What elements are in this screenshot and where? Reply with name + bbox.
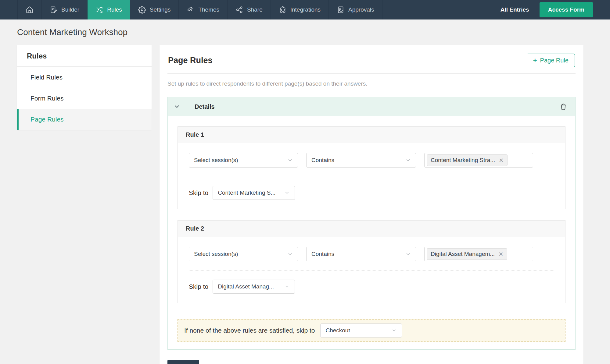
- nav-item-label: Share: [247, 6, 263, 13]
- rules-sidebar: Rules Field Rules Form Rules Page Rules: [17, 45, 152, 130]
- rule-2-skip-value: Digital Asset Manag...: [218, 283, 274, 290]
- rule-1-condition-row: Select session(s) Contains Content Ma: [189, 153, 554, 168]
- rule-2-field-select[interactable]: Select session(s): [189, 247, 298, 261]
- rule-1-box: Rule 1 Select session(s) Contains: [178, 126, 565, 209]
- details-panel: Details Rule 1 Selec: [167, 97, 576, 350]
- chevron-down-icon: [287, 157, 293, 163]
- nav-item-settings[interactable]: Settings: [130, 0, 179, 19]
- rules-icon: [95, 6, 103, 14]
- rule-1-title: Rule 1: [178, 127, 565, 143]
- details-header[interactable]: Details: [168, 97, 575, 116]
- nav-item-label: Builder: [61, 6, 79, 13]
- rule-2-skip-label: Skip to: [189, 283, 208, 290]
- fallback-text: If none of the above rules are satisfied…: [184, 327, 315, 334]
- rule-1-value-chip-label: Content Marketing Stra...: [431, 157, 495, 164]
- rule-2-value-chip-label: Digital Asset Managem...: [431, 251, 495, 257]
- sidebar-item-field-rules[interactable]: Field Rules: [17, 67, 152, 88]
- rule-1-value-input[interactable]: Content Marketing Stra... ✕: [424, 153, 533, 168]
- details-body: Rule 1 Select session(s) Contains: [168, 116, 575, 349]
- integrations-icon: [279, 6, 287, 14]
- nav-item-label: Integrations: [290, 6, 321, 13]
- chevron-down-icon: [391, 328, 397, 333]
- app-window: Builder Rules Settings Themes Share: [0, 0, 610, 364]
- nav-item-share[interactable]: Share: [228, 0, 271, 19]
- sidebar-title: Rules: [17, 45, 152, 67]
- chevron-down-icon: [174, 103, 180, 110]
- collapse-toggle[interactable]: [168, 97, 186, 116]
- rule-2-operator-value: Contains: [311, 251, 334, 257]
- nav-item-home[interactable]: [18, 0, 42, 19]
- content-area: Rules Field Rules Form Rules Page Rules …: [0, 45, 610, 364]
- settings-icon: [138, 6, 146, 14]
- all-entries-link[interactable]: All Entries: [501, 6, 529, 13]
- panel-header: Page Rules + Page Rule: [167, 52, 576, 74]
- plus-icon: +: [533, 57, 537, 64]
- divider: [189, 270, 554, 271]
- rule-2-skip-row: Skip to Digital Asset Manag...: [189, 280, 554, 294]
- rule-1-operator-value: Contains: [311, 157, 334, 164]
- themes-icon: [187, 6, 195, 14]
- builder-icon: [50, 6, 58, 14]
- chevron-down-icon: [405, 157, 411, 163]
- rule-2-box: Rule 2 Select session(s) Contains: [178, 220, 565, 303]
- panel-title: Page Rules: [168, 56, 213, 65]
- add-page-rule-label: Page Rule: [540, 57, 569, 64]
- divider: [189, 177, 554, 177]
- rule-1-operator-select[interactable]: Contains: [306, 153, 416, 168]
- nav-item-label: Settings: [150, 6, 171, 13]
- panel-subtitle: Set up rules to direct respondents to di…: [167, 80, 576, 87]
- save-button[interactable]: Save: [167, 360, 199, 364]
- rule-1-value-chip: Content Marketing Stra... ✕: [427, 154, 508, 166]
- sidebar-item-page-rules[interactable]: Page Rules: [17, 109, 152, 130]
- nav-item-integrations[interactable]: Integrations: [271, 0, 329, 19]
- nav-item-label: Approvals: [348, 6, 374, 13]
- fallback-skip-select[interactable]: Checkout: [320, 323, 402, 337]
- nav-item-approvals[interactable]: Approvals: [329, 0, 382, 19]
- rule-2-field-value: Select session(s): [194, 251, 238, 257]
- top-nav: Builder Rules Settings Themes Share: [0, 0, 610, 19]
- rule-1-field-value: Select session(s): [194, 157, 238, 164]
- rule-2-title: Rule 2: [178, 221, 565, 237]
- home-icon: [26, 6, 34, 14]
- chevron-down-icon: [405, 251, 411, 257]
- rule-2-operator-select[interactable]: Contains: [306, 247, 416, 261]
- nav-spacer: [0, 0, 18, 19]
- rule-2-value-chip: Digital Asset Managem... ✕: [427, 248, 507, 260]
- nav-item-themes[interactable]: Themes: [179, 0, 228, 19]
- trash-icon: [559, 103, 567, 111]
- fallback-skip-value: Checkout: [325, 327, 350, 334]
- access-form-button[interactable]: Access Form: [540, 2, 593, 17]
- rule-1-skip-value: Content Marketing S...: [218, 189, 275, 196]
- fallback-rule-box: If none of the above rules are satisfied…: [178, 319, 565, 342]
- remove-chip-icon[interactable]: ✕: [498, 251, 503, 257]
- add-page-rule-button[interactable]: + Page Rule: [527, 54, 575, 67]
- nav-item-rules[interactable]: Rules: [88, 0, 130, 19]
- rule-1-skip-row: Skip to Content Marketing S...: [189, 186, 554, 200]
- rule-1-skip-label: Skip to: [189, 189, 208, 196]
- page-rules-panel: Page Rules + Page Rule Set up rules to d…: [160, 45, 583, 364]
- rule-2-value-input[interactable]: Digital Asset Managem... ✕: [424, 247, 533, 261]
- chevron-down-icon: [284, 284, 290, 289]
- chevron-down-icon: [284, 190, 290, 196]
- rule-1-skip-select[interactable]: Content Marketing S...: [213, 186, 295, 200]
- sidebar-item-form-rules[interactable]: Form Rules: [17, 88, 152, 109]
- rule-2-skip-select[interactable]: Digital Asset Manag...: [213, 280, 295, 294]
- rule-2-condition-row: Select session(s) Contains Digital As: [189, 247, 554, 261]
- approvals-icon: [337, 6, 345, 14]
- rule-1-body: Select session(s) Contains Content Ma: [178, 143, 565, 209]
- details-title: Details: [186, 97, 559, 116]
- nav-item-builder[interactable]: Builder: [42, 0, 88, 19]
- page-title: Content Marketing Workshop: [17, 27, 610, 37]
- delete-details-button[interactable]: [559, 97, 575, 116]
- rule-2-body: Select session(s) Contains Digital As: [178, 237, 565, 303]
- rule-1-field-select[interactable]: Select session(s): [189, 153, 298, 168]
- nav-item-label: Rules: [107, 6, 122, 13]
- share-icon: [235, 6, 243, 14]
- chevron-down-icon: [287, 251, 293, 257]
- nav-item-label: Themes: [198, 6, 219, 13]
- nav-right-group: All Entries Access Form: [501, 0, 593, 19]
- remove-chip-icon[interactable]: ✕: [499, 157, 504, 163]
